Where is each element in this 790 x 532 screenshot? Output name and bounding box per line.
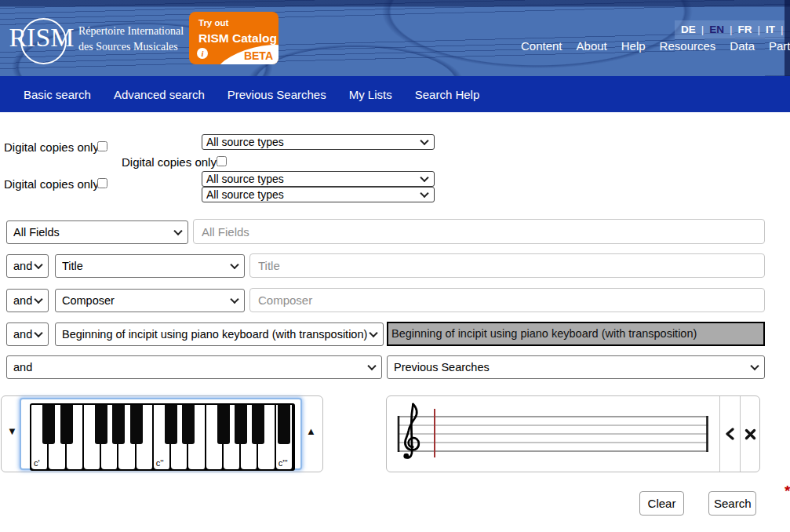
- operator-select-1-wrap: and: [6, 254, 49, 278]
- rism-advanced-search-page: RISM Répertoire International des Source…: [0, 0, 790, 532]
- black-key[interactable]: [182, 405, 195, 444]
- nav-content[interactable]: Content: [521, 39, 562, 53]
- language-de[interactable]: DE: [681, 24, 696, 35]
- language-separator: |: [758, 24, 761, 35]
- source-type-select-3[interactable]: All source types: [202, 187, 435, 202]
- black-key[interactable]: [130, 405, 143, 444]
- search-navbar: Basic search Advanced search Previous Se…: [0, 76, 790, 112]
- source-type-select-1-wrap: All source types: [202, 134, 435, 150]
- digital-copies-checkbox-3[interactable]: [97, 178, 107, 188]
- key-label-c2: c'': [156, 458, 164, 468]
- language-separator: |: [781, 24, 784, 35]
- source-type-select-1[interactable]: All source types: [202, 134, 435, 150]
- subtitle-line-2: des Sources Musicales: [78, 39, 184, 55]
- rism-logo[interactable]: RISM: [8, 24, 75, 51]
- treble-clef-icon: [403, 404, 418, 459]
- digital-copies-label-3: Digital copies only:: [4, 177, 102, 191]
- black-key[interactable]: [95, 405, 107, 444]
- nav-help[interactable]: Help: [621, 39, 646, 53]
- field-select-incipit[interactable]: Beginning of incipit using piano keyboar…: [55, 322, 384, 346]
- piano-keyboard-widget: ▼ c' c'' c''': [1, 395, 323, 472]
- digital-copies-checkbox-1[interactable]: [97, 141, 107, 151]
- field-select-incipit-wrap: Beginning of incipit using piano keyboar…: [55, 322, 384, 346]
- title-input[interactable]: [249, 253, 765, 278]
- language-it[interactable]: IT: [766, 24, 775, 35]
- field-select-all-fields-wrap: All Fields: [6, 220, 188, 244]
- operator-select-4-wrap: and: [6, 355, 382, 379]
- piano-keyboard[interactable]: c' c'' c''': [30, 403, 295, 471]
- subtitle-line-1: Répertoire International: [78, 24, 184, 39]
- language-en-active[interactable]: EN: [709, 24, 724, 35]
- undo-note-button[interactable]: [719, 396, 740, 472]
- operator-select-3-wrap: and: [6, 322, 49, 346]
- operator-select-2-wrap: and: [6, 289, 49, 312]
- field-select-title-wrap: Title: [55, 254, 245, 278]
- piano-keyboard-focus-frame: c' c'' c''': [20, 398, 302, 470]
- chevron-left-icon: [725, 428, 734, 440]
- rism-catalog-beta-badge[interactable]: Try out RISM Catalog BETA i: [189, 12, 279, 64]
- tab-advanced-search[interactable]: Advanced search: [114, 88, 205, 101]
- header-edge-decoration: [785, 0, 790, 76]
- composer-input[interactable]: [249, 288, 765, 312]
- key-label-c3: c''': [279, 458, 288, 468]
- octave-up-icon[interactable]: ▲: [306, 426, 316, 436]
- field-select-title[interactable]: Title: [55, 254, 245, 278]
- previous-searches-select-wrap: Previous Searches: [387, 355, 765, 379]
- x-icon: [744, 428, 756, 440]
- language-switcher: DE | EN | FR | IT |: [681, 24, 784, 35]
- header-nav: Content About Help Resources Data Part: [521, 39, 790, 53]
- language-separator: |: [701, 24, 704, 35]
- incipit-disabled-field: Beginning of incipit using piano keyboar…: [387, 322, 765, 346]
- digital-copies-label-1: Digital copies only:: [4, 140, 102, 154]
- field-select-composer-wrap: Composer: [55, 289, 245, 312]
- black-key[interactable]: [217, 405, 230, 444]
- nav-resources[interactable]: Resources: [660, 39, 716, 53]
- tab-search-help[interactable]: Search Help: [415, 88, 480, 101]
- tab-basic-search[interactable]: Basic search: [24, 88, 91, 101]
- source-type-select-3-wrap: All source types: [202, 187, 435, 202]
- operator-select-1[interactable]: and: [6, 254, 49, 278]
- octave-down-icon[interactable]: ▼: [7, 426, 17, 436]
- required-marker: *: [785, 483, 790, 500]
- operator-select-2[interactable]: and: [6, 289, 49, 312]
- info-icon: i: [197, 48, 208, 59]
- digital-copies-label-2: Digital copies only:: [122, 155, 220, 169]
- site-header: RISM Répertoire International des Source…: [0, 0, 790, 76]
- black-key[interactable]: [252, 405, 264, 444]
- tab-previous-searches[interactable]: Previous Searches: [228, 88, 326, 101]
- incipit-staff-widget: [386, 395, 760, 472]
- black-key[interactable]: [42, 405, 55, 444]
- badge-try-out-label: Try out: [198, 18, 228, 27]
- operator-select-4[interactable]: and: [6, 355, 382, 379]
- field-select-all-fields[interactable]: All Fields: [6, 220, 188, 244]
- black-key[interactable]: [112, 405, 125, 444]
- black-key[interactable]: [165, 405, 177, 444]
- field-select-composer[interactable]: Composer: [55, 289, 245, 312]
- nav-participate-truncated[interactable]: Part: [769, 39, 790, 53]
- operator-select-3[interactable]: and: [6, 322, 49, 346]
- black-key[interactable]: [278, 405, 290, 444]
- source-type-select-2[interactable]: All source types: [202, 171, 435, 187]
- nav-data[interactable]: Data: [730, 39, 755, 53]
- language-separator: |: [730, 24, 733, 35]
- language-fr[interactable]: FR: [738, 24, 752, 35]
- black-key[interactable]: [235, 405, 247, 444]
- site-subtitle: Répertoire International des Sources Mus…: [78, 24, 184, 55]
- all-fields-input[interactable]: [193, 219, 765, 244]
- clear-button[interactable]: Clear: [639, 491, 684, 516]
- clear-incipit-button[interactable]: [740, 396, 760, 472]
- music-staff: [391, 403, 721, 467]
- nav-about[interactable]: About: [577, 39, 607, 53]
- key-label-c1: c': [34, 458, 40, 468]
- source-type-select-2-wrap: All source types: [202, 171, 435, 187]
- search-button[interactable]: Search: [708, 491, 756, 516]
- digital-copies-checkbox-2[interactable]: [217, 156, 227, 166]
- black-key[interactable]: [60, 405, 73, 444]
- previous-searches-select[interactable]: Previous Searches: [387, 355, 765, 379]
- badge-beta-label: BETA: [244, 49, 273, 62]
- badge-title: RISM Catalog: [198, 31, 277, 46]
- tab-my-lists[interactable]: My Lists: [349, 88, 392, 101]
